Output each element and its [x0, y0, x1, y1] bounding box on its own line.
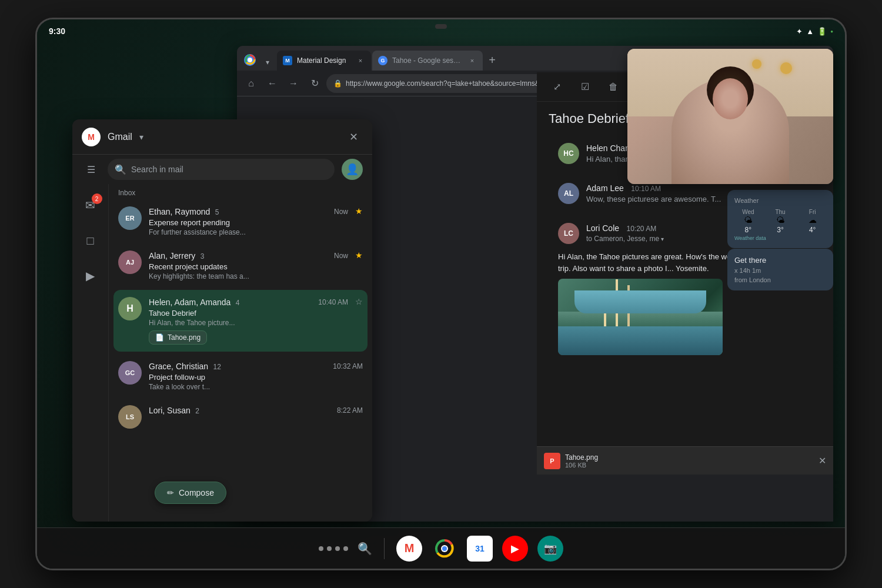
- gmail-sidebar: ✉ 2 □ ▶: [72, 184, 109, 522]
- email-avatar-2: AJ: [118, 250, 142, 274]
- badge-count: 2: [92, 193, 102, 204]
- get-there-widget: Get there x 14h 1m from London: [727, 249, 833, 290]
- email-item-4[interactable]: GC Grace, Christian 12 10:32 AM Project …: [109, 354, 372, 398]
- sidebar-compose-icon[interactable]: ✉ 2: [79, 193, 102, 217]
- tablet-frame: 9:30 ✦ ▲ 🔋 ●: [35, 18, 847, 570]
- gmail-search-bar[interactable]: 🔍 Search in mail: [108, 159, 335, 180]
- taskbar-app-drawer[interactable]: [319, 546, 348, 551]
- download-filename: Tahoe.png: [565, 453, 814, 462]
- user-avatar[interactable]: 👤: [342, 159, 363, 180]
- download-bar: P Tahoe.png 106 KB ✕: [537, 446, 833, 475]
- reload-button[interactable]: ↻: [305, 74, 324, 93]
- tab-dropdown-icon[interactable]: ▾: [262, 56, 273, 68]
- weather-day-fri: Fri ☁ 4°: [799, 209, 826, 234]
- sidebar-spaces-icon[interactable]: ▶: [79, 264, 102, 288]
- get-there-label: Get there: [734, 256, 826, 265]
- email-item-5[interactable]: LS Lori, Susan 2 8:22 AM: [109, 398, 372, 436]
- video-person-view: [627, 49, 833, 184]
- gmail-window: M Gmail ▾ ✕ ☰ 🔍 Search in mail 👤 ✉: [72, 119, 372, 522]
- email-item-3[interactable]: H Helen, Adam, Amanda 4 10:40 AM Tahoe D…: [113, 290, 368, 352]
- tablet-screen: 9:30 ✦ ▲ 🔋 ●: [37, 19, 845, 569]
- sender-5: Lori, Susan: [149, 406, 191, 415]
- time-1: Now: [334, 208, 348, 216]
- subject-4: Project follow-up: [149, 373, 363, 382]
- taskbar-gmail[interactable]: M: [396, 536, 422, 562]
- tab-material-design[interactable]: M Material Design ×: [277, 51, 371, 71]
- download-file-icon: P: [544, 453, 560, 469]
- taskbar-meet[interactable]: 📷: [537, 536, 563, 562]
- email-content-2: Alan, Jerrery 3 Now Recent project updat…: [149, 250, 348, 280]
- delete-button[interactable]: 🗑: [603, 76, 624, 98]
- day-name-fri: Fri: [799, 209, 826, 215]
- temp-wed: 8°: [734, 226, 762, 234]
- video-call-overlay: [627, 49, 833, 184]
- subject-1: Expense report pending: [149, 218, 348, 227]
- person-head: [713, 78, 748, 119]
- count-2: 3: [201, 252, 205, 260]
- gmail-app-name: Gmail: [108, 132, 132, 142]
- gmail-header: M Gmail ▾ ✕: [72, 119, 372, 155]
- time-3: 10:40 AM: [318, 298, 348, 306]
- thread-info-3: Lori Cole 10:20 AM to Cameron, Jesse, me…: [586, 223, 723, 243]
- tab-close-1[interactable]: ×: [356, 56, 365, 65]
- compose-label: Compose: [179, 488, 214, 497]
- wifi-icon: ▲: [806, 27, 814, 36]
- attachment-badge[interactable]: 📄 Tahoe.png: [149, 330, 207, 345]
- email-avatar-4: GC: [118, 361, 142, 385]
- camera-notch: [435, 24, 447, 29]
- thread-recipients: to Cameron, Jesse, me ▾: [586, 235, 723, 243]
- gmail-chevron-icon[interactable]: ▾: [139, 132, 143, 142]
- home-button[interactable]: ⌂: [242, 74, 260, 93]
- tab-tahoe-search[interactable]: G Tahoe - Google sesarch ×: [372, 51, 483, 71]
- attachment-filename: Tahoe.png: [168, 333, 201, 342]
- thread-time-3: 10:20 AM: [626, 225, 656, 233]
- star-1[interactable]: ★: [355, 206, 363, 216]
- svg-point-5: [442, 546, 447, 551]
- forward-button[interactable]: →: [284, 74, 303, 93]
- sender-1: Ethan, Raymond: [149, 207, 210, 216]
- taskbar-search-button[interactable]: 🔍: [358, 542, 372, 556]
- bluetooth-icon: ✦: [796, 27, 803, 36]
- hamburger-menu-button[interactable]: ☰: [82, 160, 101, 179]
- email-item-2[interactable]: AJ Alan, Jerrery 3 Now Recent project up…: [109, 243, 372, 288]
- preview-2: Key highlights: the team has a...: [149, 272, 348, 280]
- star-3[interactable]: ☆: [355, 297, 363, 306]
- weather-widget: Weather Wed 🌤 8° Thu 🌤 3° Fri ☁ 4°: [727, 190, 833, 248]
- star-2[interactable]: ★: [355, 250, 363, 260]
- email-content-1: Ethan, Raymond 5 Now Expense report pend…: [149, 206, 348, 236]
- taskbar-youtube[interactable]: ▶: [502, 536, 528, 562]
- archive-button[interactable]: ☑: [574, 76, 596, 98]
- compose-button[interactable]: ✏ Compose: [155, 482, 226, 504]
- new-tab-button[interactable]: +: [484, 52, 500, 68]
- get-there-from: from London: [734, 276, 826, 283]
- compose-icon: ✏: [167, 488, 174, 497]
- time-2: Now: [334, 252, 348, 260]
- expand-button[interactable]: ⤢: [546, 76, 567, 98]
- thread-time-2: 10:10 AM: [631, 185, 661, 193]
- gmail-toolbar: ☰ 🔍 Search in mail 👤: [72, 155, 372, 184]
- gmail-close-button[interactable]: ✕: [344, 128, 363, 146]
- thread-avatar-1: HC: [558, 143, 579, 164]
- get-there-duration: x 14h 1m: [734, 267, 826, 274]
- tab-close-2[interactable]: ×: [467, 56, 477, 65]
- download-close-button[interactable]: ✕: [818, 455, 826, 466]
- svg-point-2: [248, 58, 252, 62]
- gmail-email-list: Inbox ER Ethan, Raymond 5 Now: [109, 184, 372, 522]
- email-content-5: Lori, Susan 2 8:22 AM: [149, 405, 363, 416]
- preview-1: For further assistance please...: [149, 228, 348, 236]
- email-avatar-3: H: [118, 297, 142, 320]
- email-subject-heading: Tahoe Debrief: [549, 111, 629, 126]
- day-name-thu: Thu: [767, 209, 794, 215]
- email-item-1[interactable]: ER Ethan, Raymond 5 Now Expense report p…: [109, 199, 372, 243]
- weather-title: Weather: [734, 197, 826, 204]
- taskbar-chrome[interactable]: [432, 536, 457, 562]
- weather-icon-wed: 🌤: [734, 215, 762, 225]
- taskbar: 🔍 M 31: [37, 527, 845, 569]
- status-time: 9:30: [49, 26, 65, 36]
- chrome-logo[interactable]: [242, 52, 258, 68]
- taskbar-calendar[interactable]: 31: [467, 536, 493, 562]
- weather-day-wed: Wed 🌤 8°: [734, 209, 762, 234]
- sender-2: Alan, Jerrery: [149, 251, 195, 260]
- back-button[interactable]: ←: [263, 74, 282, 93]
- sidebar-chat-icon[interactable]: □: [79, 229, 102, 252]
